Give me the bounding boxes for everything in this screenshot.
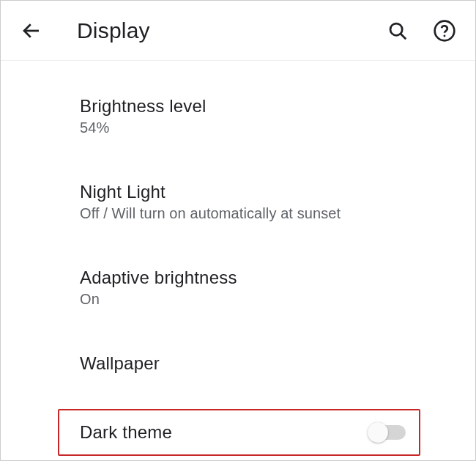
setting-wallpaper-title: Wallpaper — [80, 353, 475, 374]
setting-adaptive-brightness-title: Adaptive brightness — [80, 268, 475, 288]
svg-point-4 — [444, 34, 446, 37]
setting-brightness-value: 54% — [80, 119, 475, 136]
setting-dark-theme[interactable]: Dark theme — [58, 409, 420, 456]
search-icon — [387, 20, 409, 42]
search-button[interactable] — [384, 18, 411, 44]
dark-theme-toggle[interactable] — [371, 425, 406, 440]
setting-dark-theme-title: Dark theme — [80, 422, 172, 443]
settings-list: Brightness level 54% Night Light Off / W… — [1, 61, 475, 456]
svg-line-2 — [401, 34, 406, 39]
setting-night-light[interactable]: Night Light Off / Will turn on automatic… — [1, 169, 475, 235]
setting-wallpaper[interactable]: Wallpaper — [1, 340, 475, 390]
help-button[interactable] — [431, 18, 458, 44]
app-header: Display — [1, 1, 475, 61]
setting-brightness[interactable]: Brightness level 54% — [1, 83, 475, 150]
setting-brightness-title: Brightness level — [80, 96, 475, 117]
toggle-thumb — [368, 422, 388, 443]
back-button[interactable] — [18, 18, 45, 44]
setting-night-light-title: Night Light — [80, 182, 475, 202]
svg-point-1 — [390, 23, 402, 35]
setting-adaptive-brightness[interactable]: Adaptive brightness On — [1, 254, 475, 321]
setting-night-light-value: Off / Will turn on automatically at suns… — [80, 205, 475, 222]
svg-point-3 — [435, 21, 455, 40]
arrow-back-icon — [21, 20, 42, 42]
help-icon — [433, 19, 456, 43]
setting-adaptive-brightness-value: On — [80, 291, 475, 308]
page-title: Display — [77, 18, 384, 43]
header-actions — [384, 18, 458, 44]
